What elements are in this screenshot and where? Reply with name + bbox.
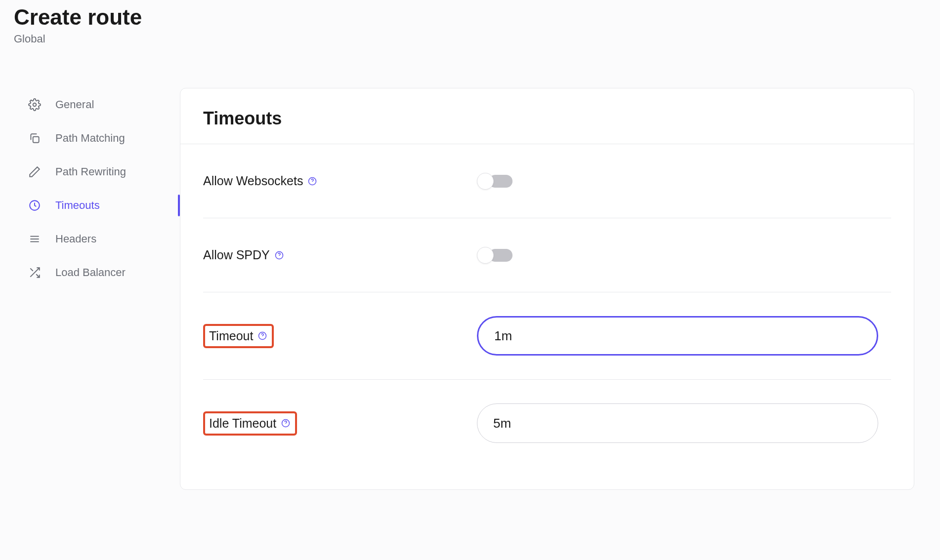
sidebar-item-headers[interactable]: Headers	[28, 222, 180, 256]
copy-icon	[28, 131, 42, 145]
row-timeout: Timeout	[203, 292, 891, 380]
row-allow-spdy: Allow SPDY	[203, 218, 891, 292]
label-text: Allow SPDY	[203, 248, 270, 262]
pencil-icon	[28, 165, 42, 179]
sidebar: General Path Matching Path Rewriting Tim…	[14, 88, 180, 289]
toggle-thumb	[477, 247, 494, 264]
gear-icon	[28, 98, 42, 112]
sidebar-item-general[interactable]: General	[28, 88, 180, 121]
label-text: Idle Timeout	[209, 416, 276, 431]
help-icon[interactable]	[274, 250, 285, 261]
label-allow-spdy: Allow SPDY	[203, 248, 285, 262]
sidebar-item-load-balancer[interactable]: Load Balancer	[28, 256, 180, 289]
help-icon[interactable]	[307, 176, 318, 187]
label-text: Allow Websockets	[203, 174, 303, 188]
sidebar-item-label: Headers	[55, 233, 96, 245]
page-title: Create route	[14, 5, 940, 30]
sidebar-item-label: Path Matching	[55, 132, 125, 145]
sidebar-item-label: Path Rewriting	[55, 165, 126, 178]
toggle-allow-spdy[interactable]	[477, 247, 513, 264]
row-idle-timeout: Idle Timeout	[203, 380, 891, 467]
sidebar-item-path-matching[interactable]: Path Matching	[28, 121, 180, 155]
toggle-allow-websockets[interactable]	[477, 173, 513, 190]
sidebar-item-label: General	[55, 98, 94, 111]
label-idle-timeout: Idle Timeout	[203, 411, 297, 436]
input-idle-timeout[interactable]	[477, 403, 878, 443]
row-allow-websockets: Allow Websockets	[203, 144, 891, 218]
page-subtitle: Global	[14, 33, 940, 45]
shuffle-icon	[28, 266, 42, 280]
sidebar-item-label: Load Balancer	[55, 266, 126, 279]
help-icon[interactable]	[257, 330, 268, 341]
sidebar-item-path-rewriting[interactable]: Path Rewriting	[28, 155, 180, 189]
svg-rect-1	[33, 137, 39, 143]
label-timeout: Timeout	[203, 324, 274, 348]
sidebar-item-label: Timeouts	[55, 199, 100, 212]
settings-panel: Timeouts Allow Websockets	[180, 88, 914, 490]
label-allow-websockets: Allow Websockets	[203, 174, 318, 188]
panel-heading: Timeouts	[180, 88, 914, 144]
label-text: Timeout	[209, 329, 253, 343]
input-timeout[interactable]	[477, 316, 878, 356]
help-icon[interactable]	[280, 418, 291, 429]
svg-point-0	[33, 103, 37, 107]
clock-icon	[28, 199, 42, 212]
lines-icon	[28, 232, 42, 246]
toggle-thumb	[477, 173, 494, 190]
sidebar-item-timeouts[interactable]: Timeouts	[28, 189, 180, 222]
